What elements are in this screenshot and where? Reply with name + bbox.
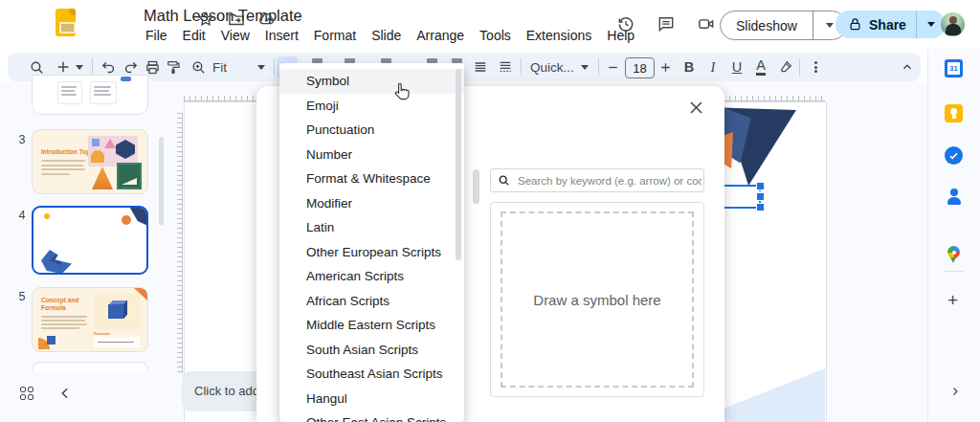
orange-ball — [122, 215, 131, 225]
underline-button[interactable]: U — [726, 56, 747, 78]
selection-handle[interactable] — [756, 182, 765, 190]
filmstrip-scrollbar[interactable] — [159, 137, 164, 225]
logo-bar — [59, 22, 76, 33]
quick-layouts-select[interactable]: Quick... — [530, 60, 574, 75]
menu-item-middle-eastern[interactable]: Middle Eastern Scripts — [279, 313, 464, 338]
menu-item-symbol[interactable]: Symbol — [279, 69, 464, 94]
line-spacing-icon[interactable] — [495, 56, 516, 78]
version-history-icon[interactable] — [616, 14, 635, 33]
selection-handle[interactable] — [756, 192, 765, 201]
menu-tools[interactable]: Tools — [472, 26, 519, 45]
menu-item-american[interactable]: American Scripts — [279, 264, 464, 289]
share-split-button: Share — [835, 11, 946, 38]
collapse-menus-button[interactable] — [897, 56, 918, 78]
menu-slide[interactable]: Slide — [364, 26, 409, 45]
menu-format[interactable]: Format — [306, 26, 364, 45]
quick-layouts-dropdown[interactable] — [578, 56, 591, 78]
avatar-head — [949, 16, 957, 24]
menu-scrollbar[interactable] — [456, 69, 461, 260]
menu-item-african[interactable]: African Scripts — [279, 289, 464, 314]
menu-bar: File Edit View Insert Format Slide Arran… — [138, 26, 642, 45]
menu-item-emoji[interactable]: Emoji — [279, 94, 464, 119]
decrease-font-size-button[interactable] — [602, 56, 623, 78]
lightbulb-dot — [44, 213, 50, 219]
zoom-in-icon[interactable] — [188, 56, 209, 78]
thumb-card — [57, 81, 82, 104]
avatar-body — [946, 24, 961, 35]
comments-icon[interactable] — [657, 14, 676, 33]
selection-handle[interactable] — [756, 203, 765, 211]
more-options-button[interactable] — [805, 56, 826, 78]
menu-item-latin[interactable]: Latin — [279, 215, 464, 240]
toolbar-divider — [799, 58, 800, 76]
top-bar: Math Lesson Template File Edit View Inse… — [0, 0, 980, 49]
menu-item-south-asian[interactable]: South Asian Scripts — [279, 338, 464, 363]
menu-item-format-whitespace[interactable]: Format & Whitespace — [279, 167, 464, 191]
tasks-icon[interactable] — [945, 146, 963, 165]
menu-extensions[interactable]: Extensions — [519, 26, 599, 45]
slideshow-split-button: Slideshow — [720, 11, 847, 40]
increase-font-size-button[interactable] — [655, 56, 676, 78]
italic-button[interactable]: I — [702, 56, 724, 78]
font-size-input[interactable]: 18 — [625, 57, 655, 78]
toolbar-divider — [521, 58, 522, 76]
keep-notes-icon[interactable] — [945, 104, 963, 122]
toolbar-divider — [598, 58, 599, 76]
menu-item-other-east-asian[interactable]: Other East Asian Scripts — [279, 411, 464, 422]
character-search-input[interactable] — [516, 174, 703, 188]
slide-thumbnail-4-selected[interactable] — [32, 206, 148, 275]
slide-thumbnail-3[interactable]: Introduction Topic — [32, 129, 148, 194]
pyramid-shape[interactable] — [714, 105, 796, 186]
draw-symbol-canvas[interactable]: Draw a symbol here — [501, 211, 694, 388]
topbar-actions — [616, 14, 729, 33]
show-side-panel-icon[interactable] — [949, 386, 961, 397]
lock-icon — [848, 17, 862, 32]
paint-format-icon[interactable] — [163, 56, 184, 78]
cone-illustration — [92, 167, 113, 189]
bold-button[interactable]: B — [679, 56, 700, 78]
chalkboard-illustration — [117, 163, 142, 189]
calendar-icon[interactable]: 31 — [945, 59, 963, 78]
draw-symbol-area[interactable]: Draw a symbol here — [490, 202, 704, 397]
menu-item-punctuation[interactable]: Punctuation — [279, 118, 464, 143]
menu-view[interactable]: View — [213, 26, 257, 45]
share-button[interactable]: Share — [862, 17, 916, 33]
slides-logo-icon[interactable] — [56, 9, 76, 36]
character-category-menu: Symbol Emoji Punctuation Number Format &… — [279, 63, 464, 422]
menu-file[interactable]: File — [138, 26, 175, 45]
side-panel-divider — [944, 271, 965, 272]
small-cube — [47, 336, 56, 344]
thumb-slide5-title: Concept and Formula — [41, 297, 91, 311]
menu-item-other-european[interactable]: Other European Scripts — [279, 240, 464, 265]
google-slides-app: Math Lesson Template File Edit View Inse… — [0, 0, 980, 422]
menu-item-hangul[interactable]: Hangul — [279, 387, 464, 411]
formula-label: Formula — [94, 331, 110, 335]
zoom-fit-dropdown[interactable] — [255, 56, 268, 78]
character-grid-scrollbar[interactable] — [473, 169, 479, 204]
draw-hint-text: Draw a symbol here — [533, 292, 660, 308]
menu-item-southeast-asian[interactable]: Southeast Asian Scripts — [279, 362, 464, 387]
slide-thumbnail-5[interactable]: Concept and Formula Formula — [32, 287, 148, 352]
toolbar-divider — [92, 58, 93, 76]
menu-insert[interactable]: Insert — [257, 26, 306, 45]
workspace-side-panel: 31 + — [927, 49, 980, 422]
menu-arrange[interactable]: Arrange — [409, 26, 472, 45]
align-justify-icon[interactable] — [470, 56, 491, 78]
contacts-icon[interactable] — [945, 188, 963, 206]
text-color-button[interactable]: A — [750, 56, 771, 78]
menu-edit[interactable]: Edit — [175, 26, 213, 45]
filmstrip-footer — [0, 371, 170, 422]
slideshow-button[interactable]: Slideshow — [721, 18, 813, 33]
menu-item-modifier[interactable]: Modifier — [279, 191, 464, 216]
zoom-fit-select[interactable]: Fit — [212, 60, 227, 75]
account-avatar[interactable] — [941, 12, 965, 36]
close-icon[interactable] — [687, 99, 705, 117]
maps-icon[interactable] — [945, 246, 963, 264]
highlight-color-button[interactable] — [775, 56, 796, 78]
blue-polygon-shape — [41, 250, 72, 274]
grid-view-icon[interactable] — [20, 387, 35, 402]
collapse-filmstrip-icon[interactable] — [57, 386, 73, 401]
menu-item-number[interactable]: Number — [279, 143, 464, 167]
slide-thumbnail-2[interactable] — [32, 75, 148, 115]
add-addon-button[interactable]: + — [947, 290, 958, 311]
